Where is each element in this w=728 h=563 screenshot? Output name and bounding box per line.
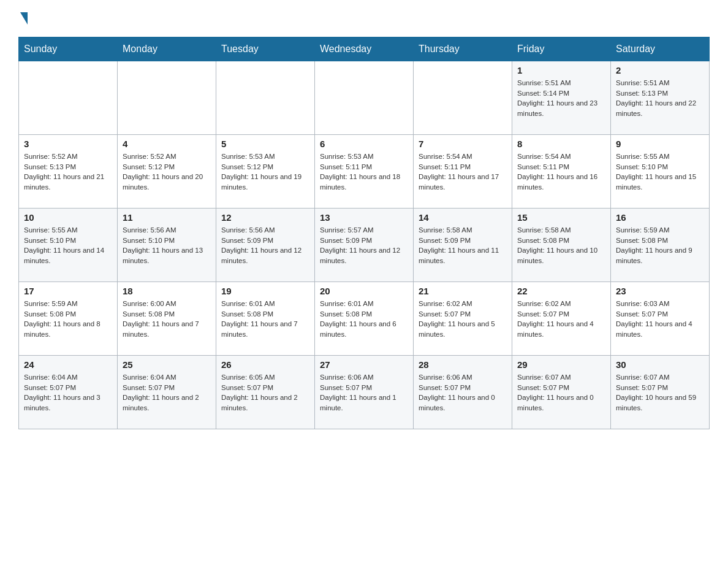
day-number: 22 [517, 286, 605, 296]
calendar-cell: 25Sunrise: 6:04 AMSunset: 5:07 PMDayligh… [118, 356, 216, 429]
day-number: 29 [517, 359, 605, 370]
calendar-cell: 28Sunrise: 6:06 AMSunset: 5:07 PMDayligh… [414, 356, 512, 429]
calendar-cell: 6Sunrise: 5:53 AMSunset: 5:11 PMDaylight… [315, 135, 414, 209]
calendar-cell: 15Sunrise: 5:58 AMSunset: 5:08 PMDayligh… [512, 209, 611, 282]
day-info: Sunrise: 6:00 AMSunset: 5:08 PMDaylight:… [123, 299, 211, 340]
day-number: 20 [320, 286, 408, 296]
day-number: 11 [123, 212, 211, 223]
calendar-week-row: 3Sunrise: 5:52 AMSunset: 5:13 PMDaylight… [19, 135, 710, 209]
calendar-cell [315, 61, 414, 135]
calendar-cell: 18Sunrise: 6:00 AMSunset: 5:08 PMDayligh… [118, 282, 216, 356]
column-header-wednesday: Wednesday [315, 37, 414, 61]
calendar-cell: 12Sunrise: 5:56 AMSunset: 5:09 PMDayligh… [216, 209, 315, 282]
day-info: Sunrise: 5:52 AMSunset: 5:13 PMDaylight:… [24, 151, 112, 193]
column-header-tuesday: Tuesday [216, 37, 315, 61]
day-info: Sunrise: 5:59 AMSunset: 5:08 PMDaylight:… [616, 225, 704, 266]
calendar-cell: 3Sunrise: 5:52 AMSunset: 5:13 PMDaylight… [19, 135, 118, 209]
calendar-week-row: 24Sunrise: 6:04 AMSunset: 5:07 PMDayligh… [19, 356, 710, 429]
day-number: 24 [24, 359, 112, 370]
column-header-thursday: Thursday [414, 37, 512, 61]
day-info: Sunrise: 6:03 AMSunset: 5:07 PMDaylight:… [616, 299, 704, 340]
calendar-cell: 2Sunrise: 5:51 AMSunset: 5:13 PMDaylight… [611, 61, 710, 135]
calendar-cell: 8Sunrise: 5:54 AMSunset: 5:11 PMDaylight… [512, 135, 611, 209]
day-number: 28 [419, 359, 507, 370]
column-header-saturday: Saturday [611, 37, 710, 61]
day-info: Sunrise: 5:53 AMSunset: 5:11 PMDaylight:… [320, 151, 408, 193]
day-info: Sunrise: 5:51 AMSunset: 5:13 PMDaylight:… [616, 78, 704, 119]
day-number: 15 [517, 212, 605, 223]
calendar-cell: 19Sunrise: 6:01 AMSunset: 5:08 PMDayligh… [216, 282, 315, 356]
day-info: Sunrise: 6:04 AMSunset: 5:07 PMDaylight:… [123, 372, 211, 413]
calendar-cell: 11Sunrise: 5:56 AMSunset: 5:10 PMDayligh… [118, 209, 216, 282]
day-number: 16 [616, 212, 704, 223]
calendar-cell: 21Sunrise: 6:02 AMSunset: 5:07 PMDayligh… [414, 282, 512, 356]
day-number: 1 [517, 65, 605, 75]
calendar-table: SundayMondayTuesdayWednesdayThursdayFrid… [18, 37, 710, 429]
day-info: Sunrise: 5:54 AMSunset: 5:11 PMDaylight:… [419, 151, 507, 193]
calendar-cell: 4Sunrise: 5:52 AMSunset: 5:12 PMDaylight… [118, 135, 216, 209]
calendar-cell: 22Sunrise: 6:02 AMSunset: 5:07 PMDayligh… [512, 282, 611, 356]
day-info: Sunrise: 5:53 AMSunset: 5:12 PMDaylight:… [221, 151, 309, 193]
day-number: 30 [616, 359, 704, 370]
day-number: 6 [320, 139, 408, 149]
day-info: Sunrise: 6:06 AMSunset: 5:07 PMDaylight:… [419, 372, 507, 413]
day-info: Sunrise: 6:04 AMSunset: 5:07 PMDaylight:… [24, 372, 112, 413]
logo [18, 12, 28, 25]
calendar-cell: 9Sunrise: 5:55 AMSunset: 5:10 PMDaylight… [611, 135, 710, 209]
day-number: 5 [221, 139, 309, 149]
calendar-cell: 14Sunrise: 5:58 AMSunset: 5:09 PMDayligh… [414, 209, 512, 282]
day-info: Sunrise: 6:02 AMSunset: 5:07 PMDaylight:… [517, 299, 605, 340]
calendar-cell: 17Sunrise: 5:59 AMSunset: 5:08 PMDayligh… [19, 282, 118, 356]
column-header-friday: Friday [512, 37, 611, 61]
day-info: Sunrise: 5:51 AMSunset: 5:14 PMDaylight:… [517, 78, 605, 119]
day-info: Sunrise: 6:07 AMSunset: 5:07 PMDaylight:… [616, 372, 704, 413]
calendar-cell: 24Sunrise: 6:04 AMSunset: 5:07 PMDayligh… [19, 356, 118, 429]
day-number: 19 [221, 286, 309, 296]
day-number: 27 [320, 359, 408, 370]
day-info: Sunrise: 5:55 AMSunset: 5:10 PMDaylight:… [24, 225, 112, 266]
day-number: 3 [24, 139, 112, 149]
day-info: Sunrise: 5:58 AMSunset: 5:08 PMDaylight:… [517, 225, 605, 266]
calendar-week-row: 1Sunrise: 5:51 AMSunset: 5:14 PMDaylight… [19, 61, 710, 135]
day-number: 26 [221, 359, 309, 370]
calendar-week-row: 17Sunrise: 5:59 AMSunset: 5:08 PMDayligh… [19, 282, 710, 356]
day-number: 23 [616, 286, 704, 296]
day-number: 25 [123, 359, 211, 370]
calendar-cell: 7Sunrise: 5:54 AMSunset: 5:11 PMDaylight… [414, 135, 512, 209]
day-info: Sunrise: 6:01 AMSunset: 5:08 PMDaylight:… [320, 299, 408, 340]
day-number: 8 [517, 139, 605, 149]
day-number: 10 [24, 212, 112, 223]
day-info: Sunrise: 5:57 AMSunset: 5:09 PMDaylight:… [320, 225, 408, 266]
day-info: Sunrise: 6:05 AMSunset: 5:07 PMDaylight:… [221, 372, 309, 413]
calendar-week-row: 10Sunrise: 5:55 AMSunset: 5:10 PMDayligh… [19, 209, 710, 282]
day-number: 9 [616, 139, 704, 149]
day-info: Sunrise: 5:58 AMSunset: 5:09 PMDaylight:… [419, 225, 507, 266]
calendar-cell [19, 61, 118, 135]
calendar-cell: 23Sunrise: 6:03 AMSunset: 5:07 PMDayligh… [611, 282, 710, 356]
day-info: Sunrise: 6:07 AMSunset: 5:07 PMDaylight:… [517, 372, 605, 413]
calendar-cell: 1Sunrise: 5:51 AMSunset: 5:14 PMDaylight… [512, 61, 611, 135]
calendar-cell: 27Sunrise: 6:06 AMSunset: 5:07 PMDayligh… [315, 356, 414, 429]
day-info: Sunrise: 5:56 AMSunset: 5:09 PMDaylight:… [221, 225, 309, 266]
calendar-cell: 16Sunrise: 5:59 AMSunset: 5:08 PMDayligh… [611, 209, 710, 282]
day-info: Sunrise: 5:56 AMSunset: 5:10 PMDaylight:… [123, 225, 211, 266]
day-number: 17 [24, 286, 112, 296]
day-number: 4 [123, 139, 211, 149]
day-number: 13 [320, 212, 408, 223]
calendar-cell: 10Sunrise: 5:55 AMSunset: 5:10 PMDayligh… [19, 209, 118, 282]
calendar-cell [414, 61, 512, 135]
calendar-cell: 30Sunrise: 6:07 AMSunset: 5:07 PMDayligh… [611, 356, 710, 429]
logo-triangle-icon [20, 12, 28, 25]
calendar-cell: 29Sunrise: 6:07 AMSunset: 5:07 PMDayligh… [512, 356, 611, 429]
day-info: Sunrise: 6:06 AMSunset: 5:07 PMDaylight:… [320, 372, 408, 413]
calendar-cell: 13Sunrise: 5:57 AMSunset: 5:09 PMDayligh… [315, 209, 414, 282]
day-number: 12 [221, 212, 309, 223]
day-number: 14 [419, 212, 507, 223]
calendar-cell: 5Sunrise: 5:53 AMSunset: 5:12 PMDaylight… [216, 135, 315, 209]
day-number: 2 [616, 65, 704, 75]
day-info: Sunrise: 5:59 AMSunset: 5:08 PMDaylight:… [24, 299, 112, 340]
day-info: Sunrise: 5:54 AMSunset: 5:11 PMDaylight:… [517, 151, 605, 193]
day-number: 21 [419, 286, 507, 296]
day-info: Sunrise: 6:02 AMSunset: 5:07 PMDaylight:… [419, 299, 507, 340]
page-header [18, 12, 710, 25]
